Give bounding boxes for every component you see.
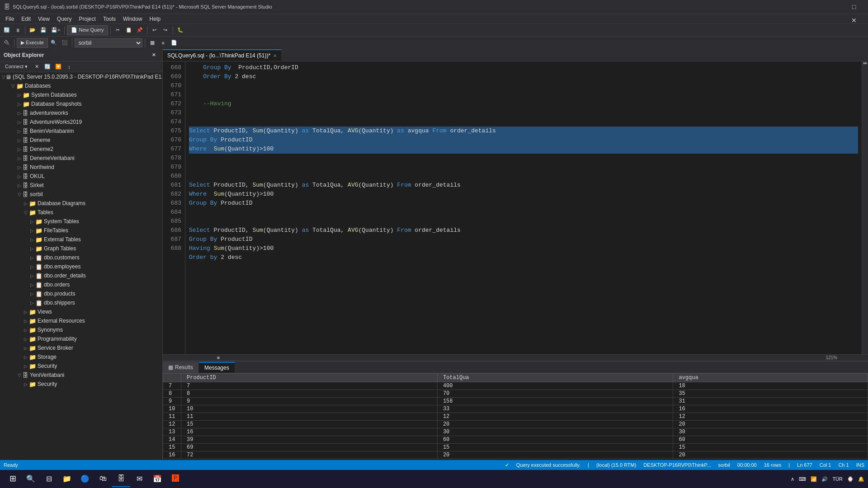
editor-scrollbar[interactable] [862, 61, 868, 354]
dbo-order-details-node[interactable]: ▷ 📋 dbo.order_details [0, 271, 162, 280]
mail-btn[interactable]: ✉ [130, 471, 148, 487]
results-grid-btn[interactable]: ▦ [147, 38, 157, 48]
copy-btn[interactable]: 📋 [124, 25, 134, 35]
undo-btn[interactable]: ↩ [150, 25, 160, 35]
tray-notification-btn[interactable]: 🔔 [858, 476, 864, 482]
cell-productid: 11 [181, 413, 438, 421]
cut-btn[interactable]: ✂ [113, 25, 123, 35]
calendar-btn[interactable]: 📅 [148, 471, 166, 487]
tab-close-btn[interactable]: ✕ [273, 53, 277, 58]
ppt-btn[interactable]: 🅿 [166, 471, 184, 487]
tray-speaker-icon[interactable]: 🔊 [821, 476, 828, 482]
results-tab[interactable]: ▦ Results [163, 362, 199, 373]
dbo-products-node[interactable]: ▷ 📋 dbo.products [0, 289, 162, 298]
oe-sync-btn[interactable]: ↕ [64, 62, 74, 72]
connect-btn[interactable]: 🔌 [2, 38, 12, 48]
results-grid[interactable]: ProductID TotalQua avgqua 7 7 400 18 8 8… [163, 373, 868, 460]
start-button[interactable]: ⊞ [4, 471, 22, 487]
sorbil-node[interactable]: ▽ 🗄 sorbil [0, 190, 162, 199]
oe-close-btn[interactable]: ✕ [149, 50, 159, 60]
dbo-orders-node[interactable]: ▷ 📋 dbo.orders [0, 280, 162, 289]
h-scroll-thumb[interactable] [217, 357, 220, 359]
views-node[interactable]: ▷ 📁 Views [0, 307, 162, 316]
tray-wifi-icon[interactable]: 📶 [811, 476, 817, 482]
cancel-btn[interactable]: ⬛ [60, 38, 70, 48]
menu-edit[interactable]: Edit [18, 15, 34, 23]
execute-btn[interactable]: ▶ Execute [17, 38, 48, 48]
browser-btn[interactable]: 🔵 [76, 471, 94, 487]
oe-filter-btn[interactable]: 🔽 [53, 62, 63, 72]
file-explorer-btn[interactable]: 📁 [58, 471, 76, 487]
databases-node[interactable]: ▽ 📁 Databases [0, 81, 162, 90]
new-query-btn[interactable]: 📄 New Query [67, 25, 108, 35]
filetables-node[interactable]: ▷ 📁 FileTables [0, 226, 162, 235]
search-taskbar-btn[interactable]: 🔍 [22, 471, 40, 487]
messages-tab[interactable]: Messages [199, 362, 235, 373]
database-selector[interactable]: sorbil [75, 38, 142, 47]
menu-project[interactable]: Project [75, 15, 99, 23]
save-all-btn[interactable]: 💾+ [49, 25, 62, 35]
dbo-shippers-node[interactable]: ▷ 📋 dbo.shippers [0, 298, 162, 307]
service-broker-node[interactable]: ▷ 📁 Service Broker [0, 343, 162, 352]
oe-disconnect-btn[interactable]: ✕ [32, 62, 42, 72]
disconnect-btn[interactable]: ⏸ [13, 25, 23, 35]
new-connection-btn[interactable]: 🔄 [2, 25, 12, 35]
server-toggle[interactable]: ▽ [2, 75, 5, 80]
menu-window[interactable]: Window [119, 15, 146, 23]
northwind-node[interactable]: ▷ 🗄 Northwind [0, 163, 162, 172]
results-file-btn[interactable]: 📄 [169, 38, 179, 48]
ssms-taskbar-btn[interactable]: 🗄 [112, 471, 130, 487]
db-snapshots-node[interactable]: ▷ 📁 Database Snapshots [0, 99, 162, 108]
adventureworks-node[interactable]: ▷ 🗄 adventureworks [0, 108, 162, 117]
main-area: Object Explorer ✕ Connect ▾ ✕ 🔄 🔽 ↕ ▽ 🖥 … [0, 49, 868, 460]
oe-refresh-btn[interactable]: 🔄 [42, 62, 52, 72]
debug-query-btn[interactable]: 🔍 [49, 38, 59, 48]
query-tab[interactable]: SQLQuery6.sql - (lo...\ThinkPad E14 (51)… [163, 49, 282, 61]
dbo-customers-node[interactable]: ▷ 📋 dbo.customers [0, 253, 162, 262]
dnemeveritabani-node[interactable]: ▷ 🗄 DenemeVeritabani [0, 154, 162, 163]
external-tables-node[interactable]: ▷ 📁 External Tables [0, 235, 162, 244]
save-btn[interactable]: 💾 [38, 25, 48, 35]
db-diagrams-node[interactable]: ▷ 📁 Database Diagrams [0, 199, 162, 208]
oe-connect-btn[interactable]: Connect ▾ [2, 62, 31, 72]
okul-node[interactable]: ▷ 🗄 OKUL [0, 172, 162, 181]
external-resources-node[interactable]: ▷ 📁 External Resources [0, 316, 162, 325]
menu-tools[interactable]: Tools [99, 15, 119, 23]
scroll-thumb[interactable] [863, 62, 867, 64]
menu-query[interactable]: Query [53, 15, 75, 23]
dbo-employees-node[interactable]: ▷ 📋 dbo.employees [0, 262, 162, 271]
maximize-button[interactable]: □ [844, 0, 864, 14]
security-node[interactable]: ▷ 📁 Security [0, 361, 162, 371]
tables-node[interactable]: ▽ 📁 Tables [0, 208, 162, 217]
menu-file[interactable]: File [2, 15, 18, 23]
synonyms-node[interactable]: ▷ 📁 Synonyms [0, 325, 162, 334]
deneme2-node[interactable]: ▷ 🗄 Deneme2 [0, 145, 162, 154]
deneme-node[interactable]: ▷ 🗄 Deneme [0, 136, 162, 145]
graph-tables-node[interactable]: ▷ 📁 Graph Tables [0, 244, 162, 253]
sirket-node[interactable]: ▷ 🗄 Sirket [0, 181, 162, 190]
redo-btn[interactable]: ↪ [160, 25, 170, 35]
system-databases-node[interactable]: ▷ 📁 System Databases [0, 90, 162, 99]
adventureworks2019-node[interactable]: ▷ 🗄 AdventureWorks2019 [0, 117, 162, 127]
benimveritabanim-node[interactable]: ▷ 🗄 BenimVeritabanim [0, 127, 162, 136]
yeniveritabani-node[interactable]: ▽ 🗄 YeniVeritabani [0, 371, 162, 380]
code-editor[interactable]: 668 669 670 671 672 673 674 675 676 677 … [163, 61, 868, 354]
debug-btn[interactable]: 🐛 [175, 25, 185, 35]
server-node[interactable]: ▽ 🖥 (SQL Server 15.0.2095.3 - DESKTOP-P1… [0, 72, 162, 81]
yeni-security-node[interactable]: ▷ 📁 Security [0, 380, 162, 389]
results-text-btn[interactable]: ≡ [158, 38, 168, 48]
paste-btn[interactable]: 📌 [135, 25, 145, 35]
open-file-btn[interactable]: 📂 [28, 25, 38, 35]
menu-view[interactable]: View [34, 15, 53, 23]
horizontal-scrollbar[interactable]: 121% [163, 354, 868, 361]
store-btn[interactable]: 🛍 [94, 471, 112, 487]
system-tables-node[interactable]: ▷ 📁 System Tables [0, 217, 162, 226]
databases-toggle[interactable]: ▽ [10, 84, 16, 89]
storage-node[interactable]: ▷ 📁 Storage [0, 352, 162, 361]
tray-show-hidden-btn[interactable]: ∧ [791, 476, 794, 482]
menu-help[interactable]: Help [146, 15, 165, 23]
programmability-node[interactable]: ▷ 📁 Programmability [0, 334, 162, 343]
close-button[interactable]: ✕ [844, 14, 864, 27]
code-content[interactable]: Group By ProductID,OrderID Order By 2 de… [185, 61, 862, 354]
task-view-btn[interactable]: ⊟ [40, 471, 58, 487]
